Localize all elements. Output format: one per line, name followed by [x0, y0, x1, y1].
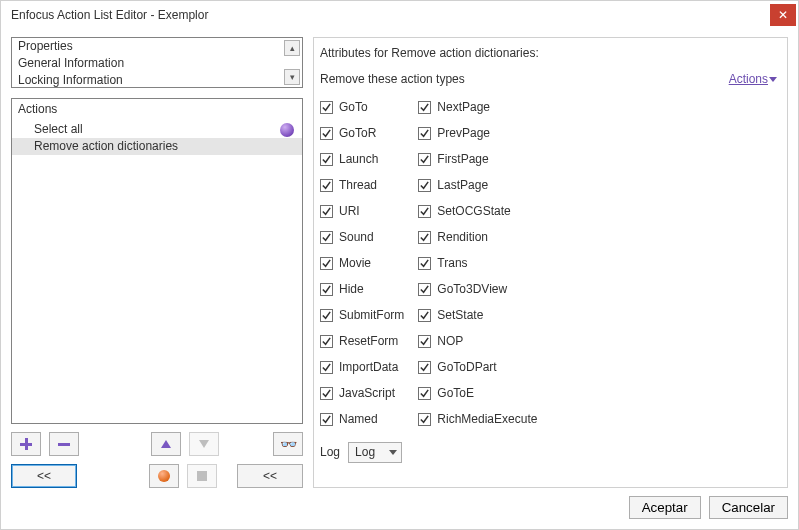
properties-list[interactable]: Properties General Information Locking I… [11, 37, 303, 88]
checkbox-label: GoToDPart [437, 360, 496, 374]
window-title: Enfocus Action List Editor - Exemplor [11, 8, 208, 22]
minus-icon [58, 443, 70, 446]
checkbox-label: Trans [437, 256, 467, 270]
double-chevron-left-icon: << [37, 469, 51, 483]
stop-button[interactable] [187, 464, 217, 488]
action-row[interactable]: Remove action dictionaries [12, 138, 302, 155]
checkbox-row: Launch [320, 146, 404, 172]
checkbox-label: PrevPage [437, 126, 490, 140]
checkbox-row: Hide [320, 276, 404, 302]
checkbox[interactable] [418, 153, 431, 166]
close-button[interactable]: ✕ [770, 4, 796, 26]
checkbox-row: URI [320, 198, 404, 224]
checkbox[interactable] [418, 101, 431, 114]
checkbox-row: Rendition [418, 224, 537, 250]
checkbox-row: NOP [418, 328, 537, 354]
checkbox-label: FirstPage [437, 152, 488, 166]
cancel-button[interactable]: Cancelar [709, 496, 788, 519]
checkbox[interactable] [418, 387, 431, 400]
checkbox[interactable] [418, 127, 431, 140]
checkbox-label: Hide [339, 282, 364, 296]
checkbox-label: Launch [339, 152, 378, 166]
list-item[interactable]: Locking Information [12, 72, 302, 88]
checkbox-row: GoToDPart [418, 354, 537, 380]
checkbox[interactable] [418, 413, 431, 426]
checkbox-label: Thread [339, 178, 377, 192]
checkbox-row: GoToR [320, 120, 404, 146]
checkbox[interactable] [418, 257, 431, 270]
checkbox-row: ImportData [320, 354, 404, 380]
checkbox-label: GoTo3DView [437, 282, 507, 296]
checkbox-label: Movie [339, 256, 371, 270]
checkbox[interactable] [320, 309, 333, 322]
checkbox-label: SubmitForm [339, 308, 404, 322]
checkbox[interactable] [418, 205, 431, 218]
checkbox[interactable] [320, 153, 333, 166]
list-item[interactable]: Properties [12, 38, 302, 55]
action-row[interactable]: Select all [12, 121, 302, 138]
record-button[interactable] [149, 464, 179, 488]
close-icon: ✕ [778, 8, 788, 22]
checkbox[interactable] [418, 231, 431, 244]
rewind-left-button[interactable]: << [11, 464, 77, 488]
actions-dropdown-link[interactable]: Actions [729, 72, 777, 86]
move-down-button[interactable] [189, 432, 219, 456]
checkbox-row: GoToE [418, 380, 537, 406]
checkbox-label: NextPage [437, 100, 490, 114]
checkbox[interactable] [320, 101, 333, 114]
move-up-button[interactable] [151, 432, 181, 456]
checkbox-row: NextPage [418, 94, 537, 120]
list-item[interactable]: General Information [12, 55, 302, 72]
checkbox-row: Named [320, 406, 404, 432]
checkbox[interactable] [320, 387, 333, 400]
checkbox-label: GoToR [339, 126, 376, 140]
checkbox[interactable] [320, 361, 333, 374]
stop-icon [197, 471, 207, 481]
log-select-value: Log [355, 445, 375, 459]
checkbox-label: JavaScript [339, 386, 395, 400]
checkbox[interactable] [320, 257, 333, 270]
checkbox-label: SetOCGState [437, 204, 510, 218]
checkbox-row: Sound [320, 224, 404, 250]
triangle-up-icon [161, 440, 171, 448]
chevron-down-icon [769, 77, 777, 82]
rewind-right-button[interactable]: << [237, 464, 303, 488]
scroll-up-icon[interactable]: ▴ [284, 40, 300, 56]
accept-button[interactable]: Aceptar [629, 496, 701, 519]
checkbox[interactable] [320, 283, 333, 296]
checkbox-label: LastPage [437, 178, 488, 192]
checkbox-row: JavaScript [320, 380, 404, 406]
checkbox-label: ResetForm [339, 334, 398, 348]
checkbox[interactable] [320, 413, 333, 426]
checkbox-label: Named [339, 412, 378, 426]
checkbox[interactable] [320, 205, 333, 218]
inspect-button[interactable]: 👓 [273, 432, 303, 456]
scroll-down-icon[interactable]: ▾ [284, 69, 300, 85]
actions-list[interactable]: Select all Remove action dictionaries [12, 119, 302, 423]
checkbox[interactable] [418, 309, 431, 322]
chevron-down-icon [389, 450, 397, 455]
checkbox[interactable] [418, 179, 431, 192]
checkbox-row: Trans [418, 250, 537, 276]
checkbox[interactable] [320, 179, 333, 192]
attributes-title: Attributes for Remove action dictionarie… [320, 46, 777, 60]
checkbox[interactable] [320, 127, 333, 140]
checkbox-row: GoTo [320, 94, 404, 120]
checkbox[interactable] [418, 283, 431, 296]
triangle-down-icon [199, 440, 209, 448]
checkbox-row: GoTo3DView [418, 276, 537, 302]
record-icon [158, 470, 170, 482]
checkbox-row: PrevPage [418, 120, 537, 146]
remove-button[interactable] [49, 432, 79, 456]
checkbox[interactable] [320, 335, 333, 348]
checkbox[interactable] [418, 361, 431, 374]
add-button[interactable] [11, 432, 41, 456]
checkbox[interactable] [418, 335, 431, 348]
checkbox-row: ResetForm [320, 328, 404, 354]
glasses-icon: 👓 [280, 436, 297, 452]
checkbox[interactable] [320, 231, 333, 244]
checkbox-label: GoToE [437, 386, 474, 400]
checkbox-row: SubmitForm [320, 302, 404, 328]
log-select[interactable]: Log [348, 442, 402, 463]
checkbox-row: FirstPage [418, 146, 537, 172]
